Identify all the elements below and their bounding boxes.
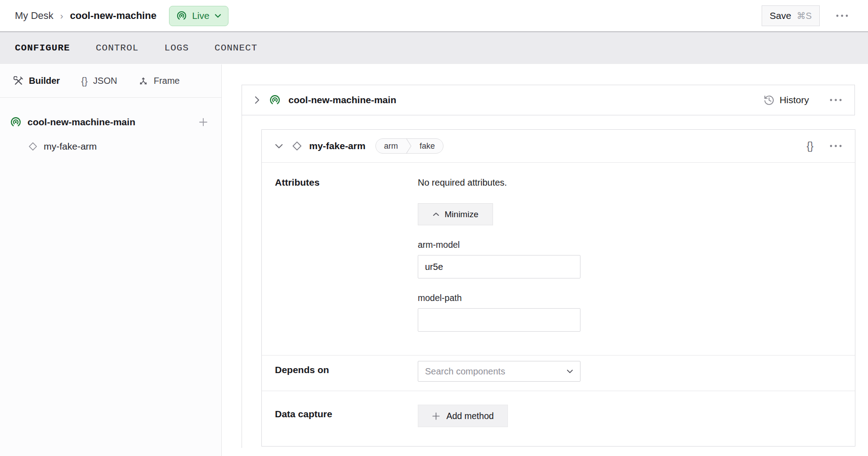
ellipsis-icon [830,145,842,147]
tab-logs[interactable]: LOGS [164,43,189,53]
chevron-up-icon [433,212,439,216]
breadcrumb-separator: › [60,11,64,21]
ellipsis-icon [836,14,848,17]
history-clock-icon [763,95,775,106]
add-method-button-label: Add method [446,411,493,421]
viam-live-icon [176,10,187,21]
config-main-area: cool-new-machine-main History [222,64,868,456]
save-button-label: Save [770,10,791,21]
tree-item-machine-part[interactable]: cool-new-machine-main [0,109,221,135]
machine-part-card: cool-new-machine-main History [242,85,855,115]
viam-part-icon [10,116,22,128]
mode-tab-builder[interactable]: Builder [14,76,60,86]
model-path-input[interactable] [418,308,580,332]
depends-on-section-label: Depends on [262,361,418,382]
mode-tab-json-label: JSON [93,76,117,86]
field-label-model-path: model-path [418,293,855,303]
attributes-section: Attributes No required attributes. Minim… [262,162,855,355]
tree-connector-line [242,115,242,448]
mode-tab-builder-label: Builder [29,76,60,86]
save-shortcut-hint: ⌘S [797,10,812,21]
save-button[interactable]: Save ⌘S [762,5,820,26]
component-diamond-icon [292,141,302,151]
tools-icon [14,76,23,86]
mode-tab-frame[interactable]: Frame [138,76,180,86]
frame-axes-icon [138,76,148,86]
component-menu-button[interactable] [828,143,844,149]
component-diamond-icon [28,141,38,151]
header-overflow-menu-button[interactable] [834,13,850,19]
component-json-button[interactable]: {} [805,138,815,154]
tree-item-my-fake-arm[interactable]: my-fake-arm [0,135,221,158]
live-status-label: Live [192,10,210,21]
minimize-button-label: Minimize [445,210,479,219]
breadcrumb-parent-link[interactable]: My Desk [15,10,54,22]
minimize-attributes-button[interactable]: Minimize [418,203,493,225]
tree-item-machine-part-label: cool-new-machine-main [27,117,135,128]
breadcrumb-machine-name: cool-new-machine [70,10,156,22]
viam-configure-page: My Desk › cool-new-machine Live Save ⌘ [0,0,868,456]
viam-part-icon [269,94,281,106]
chevron-right-icon [255,96,260,104]
history-button[interactable]: History [761,94,812,106]
add-method-button[interactable]: Add method [418,405,508,427]
component-type-badge: arm fake [375,138,443,154]
plus-icon [198,117,209,128]
mode-tab-json[interactable]: {} JSON [81,75,117,87]
badge-divider-chevron [406,139,411,153]
field-label-arm-model: arm-model [418,240,855,250]
braces-icon: {} [807,140,813,152]
component-tree: cool-new-machine-main my-fake-arm [0,98,221,158]
badge-model: fake [411,139,443,153]
sidebar-mode-tabs: Builder {} JSON Frame [0,64,221,98]
config-sidebar: Builder {} JSON Frame [0,64,222,456]
mode-tab-frame-label: Frame [154,76,180,86]
tab-control[interactable]: CONTROL [96,43,138,53]
attributes-section-label: Attributes [262,177,418,332]
depends-on-placeholder: Search components [425,366,505,377]
machine-nav-tabs: CONFIGURE CONTROL LOGS CONNECT [0,32,868,64]
component-card-header: my-fake-arm arm fake {} [262,130,855,162]
tree-item-my-fake-arm-label: my-fake-arm [44,141,97,152]
collapse-component-button[interactable] [273,142,285,150]
plus-icon [432,412,440,420]
chevron-down-icon [215,14,221,18]
add-component-button[interactable] [197,116,210,128]
chevron-down-icon [275,144,283,149]
live-status-dropdown[interactable]: Live [169,6,228,26]
ellipsis-icon [830,99,842,101]
app-header: My Desk › cool-new-machine Live Save ⌘ [0,0,868,32]
braces-icon: {} [81,75,88,87]
depends-on-section: Depends on Search components [262,355,855,391]
data-capture-section: Data capture Add method [262,391,855,446]
component-title: my-fake-arm [309,141,365,151]
component-card-my-fake-arm: my-fake-arm arm fake {} [261,129,855,447]
no-required-attributes-text: No required attributes. [418,177,855,188]
history-button-label: History [780,95,809,105]
chevron-down-icon [566,369,573,374]
badge-type: arm [376,139,406,153]
arm-model-input[interactable] [418,255,580,278]
expand-machine-part-button[interactable] [253,94,261,106]
data-capture-section-label: Data capture [262,405,418,427]
header-actions: Save ⌘S [762,5,850,26]
depends-on-search-select[interactable]: Search components [418,361,580,382]
machine-part-title: cool-new-machine-main [288,95,396,105]
tab-connect[interactable]: CONNECT [215,43,257,53]
machine-part-menu-button[interactable] [828,97,844,103]
tab-configure[interactable]: CONFIGURE [15,43,70,53]
